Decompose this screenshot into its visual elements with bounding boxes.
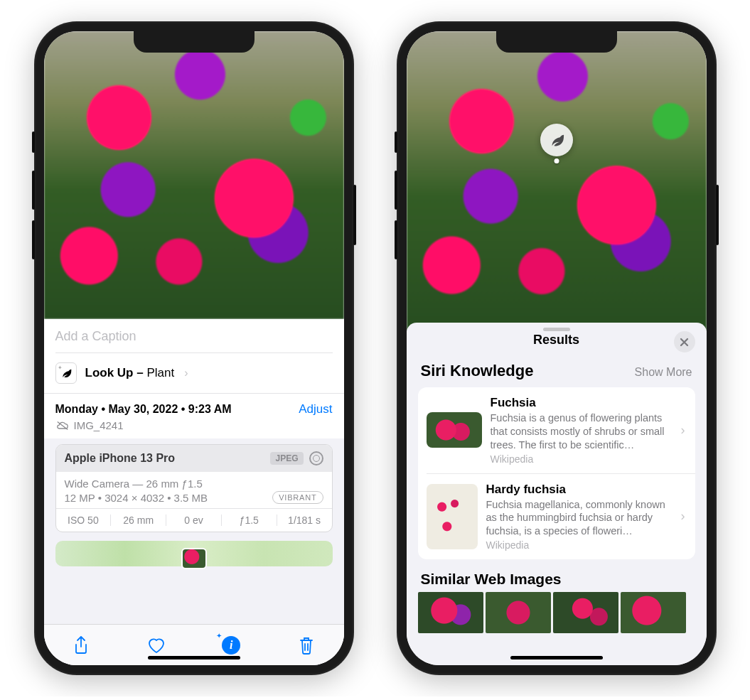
device-name: Apple iPhone 13 Pro (65, 452, 176, 465)
sheet-title: Results (533, 333, 579, 348)
lookup-label: Look Up – Plant (85, 366, 175, 380)
siri-knowledge-card: Fuchsia Fuchsia is a genus of flowering … (418, 387, 695, 559)
result-title: Fuchsia (491, 396, 670, 410)
caption-input[interactable]: Add a Caption (44, 319, 344, 352)
map-photo-pin (181, 548, 207, 569)
results-sheet: Results Siri Knowledge Show More Fuchsia… (407, 323, 707, 665)
similar-image[interactable] (486, 592, 551, 633)
chevron-right-icon: › (678, 423, 688, 438)
result-row[interactable]: Fuchsia Fuchsia is a genus of flowering … (418, 387, 695, 473)
cloud-off-icon (55, 420, 70, 431)
notch (496, 31, 617, 53)
similar-images-heading: Similar Web Images (407, 559, 707, 592)
photo-preview[interactable] (407, 31, 707, 331)
filename: IMG_4241 (74, 419, 124, 431)
photo-date: Monday • May 30, 2022 • 9:23 AM (55, 403, 232, 416)
visual-lookup-pin[interactable] (540, 124, 573, 156)
close-icon (680, 338, 689, 347)
notch (134, 31, 255, 53)
leaf-icon: ✦ (55, 362, 77, 384)
home-indicator[interactable] (148, 656, 240, 659)
siri-knowledge-heading: Siri Knowledge (421, 362, 534, 380)
favorite-button[interactable] (144, 635, 168, 656)
format-badge: JPEG (270, 452, 303, 465)
result-thumbnail (427, 484, 478, 549)
result-source: Wikipedia (486, 539, 670, 551)
photo-info-panel: Add a Caption ✦ Look Up – Plant › Monday… (44, 319, 344, 665)
close-button[interactable] (674, 331, 695, 352)
leaf-icon (549, 132, 564, 148)
adjust-button[interactable]: Adjust (299, 402, 332, 416)
similar-image[interactable] (621, 592, 686, 633)
result-title: Hardy fuchsia (486, 483, 670, 497)
location-map[interactable] (55, 541, 333, 566)
info-button-active[interactable]: ✦ i (219, 635, 243, 656)
similar-image[interactable] (553, 592, 618, 633)
exif-card: Apple iPhone 13 Pro JPEG Wide Camera — 2… (55, 444, 333, 532)
resolution-info: 12 MP • 3024 × 4032 • 3.5 MB (65, 492, 208, 504)
photo-style-badge: VIBRANT (272, 491, 323, 504)
result-thumbnail (427, 412, 482, 448)
similar-image[interactable] (418, 592, 483, 633)
lens-indicator-icon (309, 451, 323, 465)
share-button[interactable] (69, 635, 93, 656)
chevron-right-icon: › (678, 509, 688, 524)
delete-button[interactable] (294, 635, 318, 656)
photo-preview[interactable] (44, 31, 344, 319)
result-description: Fuchsia is a genus of flowering plants t… (491, 411, 670, 452)
home-indicator[interactable] (510, 656, 603, 659)
result-source: Wikipedia (491, 453, 670, 465)
phone-left: Add a Caption ✦ Look Up – Plant › Monday… (34, 21, 354, 675)
show-more-button[interactable]: Show More (635, 366, 692, 379)
exif-details: ISO 50 26 mm 0 ev ƒ1.5 1/181 s (56, 508, 332, 532)
lookup-row[interactable]: ✦ Look Up – Plant › (55, 352, 333, 393)
similar-images-strip[interactable] (407, 592, 707, 633)
lens-info: Wide Camera — 26 mm ƒ1.5 (65, 478, 323, 490)
chevron-right-icon: › (184, 367, 188, 379)
phone-right: Results Siri Knowledge Show More Fuchsia… (397, 21, 717, 675)
result-row[interactable]: Hardy fuchsia Fuchsia magellanica, commo… (427, 473, 695, 560)
result-description: Fuchsia magellanica, commonly known as t… (486, 498, 670, 539)
